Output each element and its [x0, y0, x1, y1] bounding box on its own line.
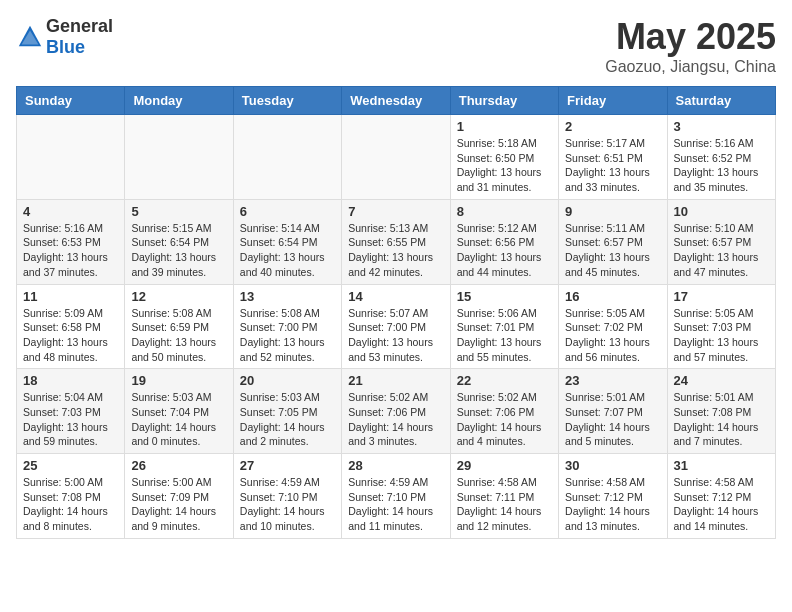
weekday-header-friday: Friday	[559, 87, 667, 115]
week-row-4: 18Sunrise: 5:04 AMSunset: 7:03 PMDayligh…	[17, 369, 776, 454]
day-info: Sunrise: 5:05 AMSunset: 7:03 PMDaylight:…	[674, 306, 769, 365]
day-number: 29	[457, 458, 552, 473]
calendar-cell	[125, 115, 233, 200]
day-info: Sunrise: 5:00 AMSunset: 7:09 PMDaylight:…	[131, 475, 226, 534]
calendar-cell: 12Sunrise: 5:08 AMSunset: 6:59 PMDayligh…	[125, 284, 233, 369]
day-number: 2	[565, 119, 660, 134]
day-number: 24	[674, 373, 769, 388]
day-number: 4	[23, 204, 118, 219]
day-number: 7	[348, 204, 443, 219]
calendar-cell: 13Sunrise: 5:08 AMSunset: 7:00 PMDayligh…	[233, 284, 341, 369]
logo-icon	[16, 23, 44, 51]
day-number: 19	[131, 373, 226, 388]
day-number: 31	[674, 458, 769, 473]
day-number: 28	[348, 458, 443, 473]
day-number: 20	[240, 373, 335, 388]
title-block: May 2025 Gaozuo, Jiangsu, China	[605, 16, 776, 76]
day-info: Sunrise: 5:10 AMSunset: 6:57 PMDaylight:…	[674, 221, 769, 280]
day-number: 5	[131, 204, 226, 219]
day-info: Sunrise: 5:04 AMSunset: 7:03 PMDaylight:…	[23, 390, 118, 449]
day-info: Sunrise: 4:59 AMSunset: 7:10 PMDaylight:…	[240, 475, 335, 534]
calendar-cell: 26Sunrise: 5:00 AMSunset: 7:09 PMDayligh…	[125, 454, 233, 539]
day-info: Sunrise: 4:58 AMSunset: 7:12 PMDaylight:…	[565, 475, 660, 534]
day-number: 12	[131, 289, 226, 304]
day-number: 30	[565, 458, 660, 473]
calendar-cell: 15Sunrise: 5:06 AMSunset: 7:01 PMDayligh…	[450, 284, 558, 369]
calendar-cell: 16Sunrise: 5:05 AMSunset: 7:02 PMDayligh…	[559, 284, 667, 369]
calendar-cell: 6Sunrise: 5:14 AMSunset: 6:54 PMDaylight…	[233, 199, 341, 284]
week-row-2: 4Sunrise: 5:16 AMSunset: 6:53 PMDaylight…	[17, 199, 776, 284]
logo-general-text: General	[46, 16, 113, 36]
week-row-5: 25Sunrise: 5:00 AMSunset: 7:08 PMDayligh…	[17, 454, 776, 539]
day-info: Sunrise: 5:11 AMSunset: 6:57 PMDaylight:…	[565, 221, 660, 280]
weekday-header-saturday: Saturday	[667, 87, 775, 115]
calendar-cell: 8Sunrise: 5:12 AMSunset: 6:56 PMDaylight…	[450, 199, 558, 284]
weekday-header-row: SundayMondayTuesdayWednesdayThursdayFrid…	[17, 87, 776, 115]
day-info: Sunrise: 5:02 AMSunset: 7:06 PMDaylight:…	[457, 390, 552, 449]
day-number: 26	[131, 458, 226, 473]
calendar-cell: 24Sunrise: 5:01 AMSunset: 7:08 PMDayligh…	[667, 369, 775, 454]
calendar-cell: 17Sunrise: 5:05 AMSunset: 7:03 PMDayligh…	[667, 284, 775, 369]
calendar-cell: 28Sunrise: 4:59 AMSunset: 7:10 PMDayligh…	[342, 454, 450, 539]
calendar-cell: 10Sunrise: 5:10 AMSunset: 6:57 PMDayligh…	[667, 199, 775, 284]
calendar-cell: 11Sunrise: 5:09 AMSunset: 6:58 PMDayligh…	[17, 284, 125, 369]
day-number: 17	[674, 289, 769, 304]
calendar-cell: 22Sunrise: 5:02 AMSunset: 7:06 PMDayligh…	[450, 369, 558, 454]
weekday-header-sunday: Sunday	[17, 87, 125, 115]
day-info: Sunrise: 4:58 AMSunset: 7:11 PMDaylight:…	[457, 475, 552, 534]
weekday-header-thursday: Thursday	[450, 87, 558, 115]
calendar-cell	[17, 115, 125, 200]
calendar-cell: 25Sunrise: 5:00 AMSunset: 7:08 PMDayligh…	[17, 454, 125, 539]
weekday-header-tuesday: Tuesday	[233, 87, 341, 115]
day-number: 11	[23, 289, 118, 304]
page-header: General Blue May 2025 Gaozuo, Jiangsu, C…	[16, 16, 776, 76]
calendar-cell: 9Sunrise: 5:11 AMSunset: 6:57 PMDaylight…	[559, 199, 667, 284]
day-info: Sunrise: 5:06 AMSunset: 7:01 PMDaylight:…	[457, 306, 552, 365]
day-info: Sunrise: 5:01 AMSunset: 7:07 PMDaylight:…	[565, 390, 660, 449]
day-info: Sunrise: 5:08 AMSunset: 7:00 PMDaylight:…	[240, 306, 335, 365]
week-row-1: 1Sunrise: 5:18 AMSunset: 6:50 PMDaylight…	[17, 115, 776, 200]
calendar-cell: 2Sunrise: 5:17 AMSunset: 6:51 PMDaylight…	[559, 115, 667, 200]
day-number: 23	[565, 373, 660, 388]
day-info: Sunrise: 5:03 AMSunset: 7:05 PMDaylight:…	[240, 390, 335, 449]
day-number: 1	[457, 119, 552, 134]
day-number: 15	[457, 289, 552, 304]
day-number: 25	[23, 458, 118, 473]
calendar-cell: 1Sunrise: 5:18 AMSunset: 6:50 PMDaylight…	[450, 115, 558, 200]
calendar-table: SundayMondayTuesdayWednesdayThursdayFrid…	[16, 86, 776, 539]
weekday-header-wednesday: Wednesday	[342, 87, 450, 115]
calendar-location: Gaozuo, Jiangsu, China	[605, 58, 776, 76]
calendar-cell: 3Sunrise: 5:16 AMSunset: 6:52 PMDaylight…	[667, 115, 775, 200]
day-info: Sunrise: 5:17 AMSunset: 6:51 PMDaylight:…	[565, 136, 660, 195]
day-number: 8	[457, 204, 552, 219]
day-number: 27	[240, 458, 335, 473]
calendar-cell: 27Sunrise: 4:59 AMSunset: 7:10 PMDayligh…	[233, 454, 341, 539]
day-info: Sunrise: 5:16 AMSunset: 6:52 PMDaylight:…	[674, 136, 769, 195]
day-info: Sunrise: 5:07 AMSunset: 7:00 PMDaylight:…	[348, 306, 443, 365]
calendar-cell: 31Sunrise: 4:58 AMSunset: 7:12 PMDayligh…	[667, 454, 775, 539]
day-info: Sunrise: 5:05 AMSunset: 7:02 PMDaylight:…	[565, 306, 660, 365]
day-number: 21	[348, 373, 443, 388]
calendar-cell: 5Sunrise: 5:15 AMSunset: 6:54 PMDaylight…	[125, 199, 233, 284]
calendar-cell: 4Sunrise: 5:16 AMSunset: 6:53 PMDaylight…	[17, 199, 125, 284]
day-info: Sunrise: 4:58 AMSunset: 7:12 PMDaylight:…	[674, 475, 769, 534]
week-row-3: 11Sunrise: 5:09 AMSunset: 6:58 PMDayligh…	[17, 284, 776, 369]
day-info: Sunrise: 5:13 AMSunset: 6:55 PMDaylight:…	[348, 221, 443, 280]
day-number: 22	[457, 373, 552, 388]
day-info: Sunrise: 5:09 AMSunset: 6:58 PMDaylight:…	[23, 306, 118, 365]
day-number: 3	[674, 119, 769, 134]
day-info: Sunrise: 5:03 AMSunset: 7:04 PMDaylight:…	[131, 390, 226, 449]
day-info: Sunrise: 5:08 AMSunset: 6:59 PMDaylight:…	[131, 306, 226, 365]
weekday-header-monday: Monday	[125, 87, 233, 115]
calendar-cell: 19Sunrise: 5:03 AMSunset: 7:04 PMDayligh…	[125, 369, 233, 454]
calendar-cell: 21Sunrise: 5:02 AMSunset: 7:06 PMDayligh…	[342, 369, 450, 454]
day-info: Sunrise: 5:02 AMSunset: 7:06 PMDaylight:…	[348, 390, 443, 449]
day-info: Sunrise: 5:14 AMSunset: 6:54 PMDaylight:…	[240, 221, 335, 280]
day-info: Sunrise: 5:16 AMSunset: 6:53 PMDaylight:…	[23, 221, 118, 280]
calendar-cell: 20Sunrise: 5:03 AMSunset: 7:05 PMDayligh…	[233, 369, 341, 454]
day-number: 13	[240, 289, 335, 304]
day-info: Sunrise: 5:15 AMSunset: 6:54 PMDaylight:…	[131, 221, 226, 280]
day-number: 18	[23, 373, 118, 388]
calendar-cell: 29Sunrise: 4:58 AMSunset: 7:11 PMDayligh…	[450, 454, 558, 539]
day-number: 9	[565, 204, 660, 219]
